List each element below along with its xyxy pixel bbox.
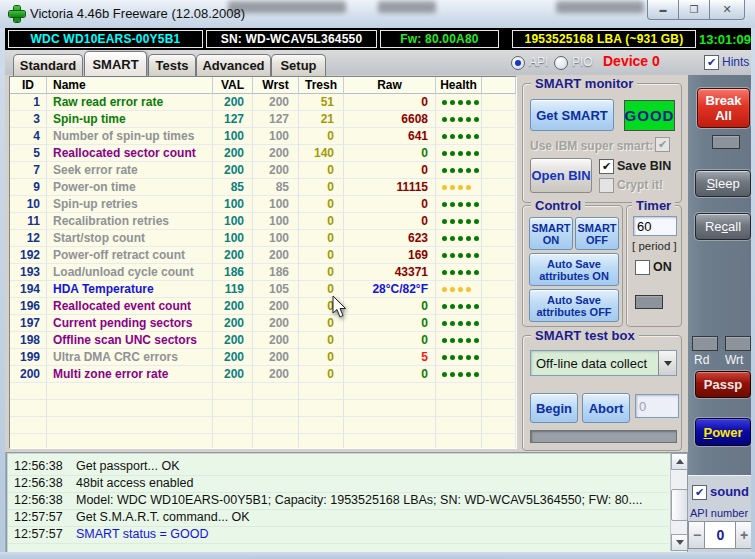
smart-attribute-row[interactable]: 192Power-off retract count2002000169 [10,247,516,264]
tab-tests[interactable]: Tests [148,54,196,76]
break-all-button[interactable]: Break All [697,88,750,128]
smart-attributes-table[interactable]: IDNameVALWrstTreshRawHealth 1Raw read er… [9,76,517,449]
cell-wrst: 200 [253,349,299,366]
mouse-cursor [332,296,352,320]
tab-standard[interactable]: Standard [13,54,83,76]
cell-tresh: 0 [299,366,344,383]
health-dot-icon [458,219,463,224]
smart-attribute-row[interactable]: 5Reallocated sector count2002001400 [10,145,516,162]
recall-button[interactable]: Recall [695,213,751,240]
scrollbar-thumb[interactable] [671,489,688,521]
cell-health-dots [436,366,482,383]
cell-raw: 0 [344,196,436,213]
smart-attribute-row[interactable]: 10Spin-up retries10010000 [10,196,516,213]
cell-name: Reallocated event count [47,298,213,315]
health-dot-icon [466,168,471,173]
cell-tresh: 0 [299,196,344,213]
scroll-up-icon[interactable] [671,453,688,470]
side-tool-strip: Break All Sleep Recall Rd Wrt Passp Powe… [688,75,751,475]
drive-firmware-box: Fw: 80.00A80 [380,30,499,48]
smart-attribute-row[interactable]: 4Number of spin-up times1001000641 [10,128,516,145]
log-timestamp: 12:56:38 [7,458,76,475]
api-number-value[interactable]: 0 [704,521,737,549]
smart-attribute-row[interactable]: 193Load/unload cycle count186186043371 [10,264,516,281]
health-dot-icon [458,321,463,326]
get-smart-button[interactable]: Get SMART [530,99,614,131]
health-dot-icon [442,185,447,190]
smart-on-button[interactable]: SMART ON [529,217,573,250]
cell-name: Current pending sectors [47,315,213,332]
health-dot-icon [450,134,455,139]
maximize-icon[interactable] [678,0,710,20]
log-scrollbar[interactable] [670,453,687,551]
auto-save-on-button[interactable]: Auto Save attributes ON [529,253,619,286]
tab-setup[interactable]: Setup [271,54,326,76]
close-icon[interactable] [709,0,745,20]
cell-raw: 28°C/82°F [344,281,436,298]
save-bin-checkbox[interactable] [599,159,614,174]
cell-wrst: 85 [253,179,299,196]
log-message: SMART status = GOOD [76,526,209,543]
timer-period-input[interactable] [633,216,677,236]
hints-checkbox[interactable] [704,55,719,70]
smart-off-button[interactable]: SMART OFF [575,217,619,250]
tab-smart[interactable]: SMART [84,51,147,76]
drive-capacity-box: 1953525168 LBA (~931 GB) [512,30,696,48]
cell-raw: 6608 [344,111,436,128]
open-bin-button[interactable]: Open BIN [530,158,592,193]
cell-wrst: 200 [253,366,299,383]
health-dot-icon [458,253,463,258]
timer-period-label: [ period ] [632,240,677,252]
health-dot-icon [474,117,479,122]
smart-attribute-row[interactable]: 200Multi zone error rate20020000 [10,366,516,383]
cell-extra [482,332,516,349]
read-indicator [692,336,718,351]
smart-attribute-row[interactable]: 7Seek error rate20020000 [10,162,516,179]
cell-name: Load/unload cycle count [47,264,213,281]
cell-val: 200 [213,366,253,383]
begin-test-button[interactable]: Begin [530,393,578,423]
bottom-right-panel: sound API number − 0 + [686,475,755,555]
cell-id: 197 [10,315,47,332]
minimize-icon[interactable] [647,0,679,20]
chevron-down-icon[interactable] [658,351,676,375]
cell-id: 196 [10,298,47,315]
cell-health-dots [436,247,482,264]
sleep-button[interactable]: Sleep [695,170,751,197]
api-radio[interactable] [511,56,525,70]
sound-checkbox[interactable] [692,485,707,500]
health-dot-icon [466,202,471,207]
cell-extra [482,315,516,332]
tab-advanced[interactable]: Advanced [196,54,271,76]
test-counter-field[interactable] [635,394,679,418]
smart-attribute-row[interactable]: 198Offline scan UNC sectors20020000 [10,332,516,349]
column-header-tresh: Tresh [299,77,344,94]
pio-radio[interactable] [554,56,568,70]
column-header-val: VAL [213,77,253,94]
health-dot-icon [450,151,455,156]
window-controls [648,0,745,19]
smart-attribute-row[interactable]: 199Ultra DMA CRC errors20020005 [10,349,516,366]
smart-attribute-row[interactable]: 194HDA Temperature119105028°C/82°F [10,281,516,298]
smart-attribute-row[interactable]: 197Current pending sectors20020000 [10,315,516,332]
cell-health-dots [436,281,482,298]
smart-attribute-row[interactable]: 1Raw read error rate200200510 [10,94,516,111]
abort-test-button[interactable]: Abort [582,393,630,423]
health-dot-icon [458,270,463,275]
passport-button[interactable]: Passp [695,371,751,398]
scroll-down-icon[interactable] [671,534,688,551]
timer-on-checkbox[interactable] [635,260,650,275]
test-type-dropdown[interactable]: Off-line data collect [530,350,677,376]
smart-attribute-row[interactable]: 196Reallocated event count20020000 [10,298,516,315]
smart-attribute-row[interactable]: 9Power-on time8585011115 [10,179,516,196]
window-border-left [0,28,5,559]
health-dot-icon [442,202,447,207]
cell-raw: 169 [344,247,436,264]
cell-id: 192 [10,247,47,264]
smart-attribute-row[interactable]: 3Spin-up time127127216608 [10,111,516,128]
auto-save-off-button[interactable]: Auto Save attributes OFF [529,289,619,322]
log-panel[interactable]: 12:56:38Get passport... OK12:56:3848bit … [6,452,688,554]
smart-attribute-row[interactable]: 11Recalibration retries10010000 [10,213,516,230]
smart-attribute-row[interactable]: 12Start/stop count1001000623 [10,230,516,247]
power-button[interactable]: Power [695,418,751,446]
